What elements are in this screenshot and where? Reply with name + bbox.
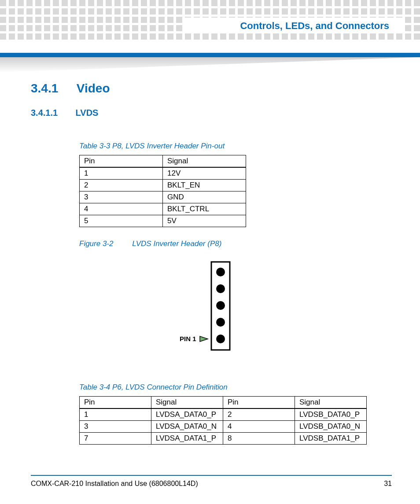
header-dots [0, 0, 420, 40]
table-3-4: Pin Signal Pin Signal 1 LVDSA_DATA0_P 2 … [79, 396, 367, 445]
figure-title: LVDS Inverter Header (P8) [132, 239, 221, 248]
svg-point-1 [216, 268, 225, 276]
figure-number: Figure 3-2 [79, 239, 113, 248]
table-row: 112V [80, 167, 246, 180]
col-signal: Signal [163, 155, 246, 168]
header-rule-blue [0, 53, 420, 57]
heading-number: 3.4.1 [31, 81, 73, 96]
cell-pin: 3 [80, 421, 151, 433]
content: 3.4.1 Video 3.4.1.1 LVDS Table 3-3 P8, L… [31, 81, 392, 445]
svg-point-5 [216, 335, 225, 343]
footer: COMX-CAR-210 Installation and Use (68068… [31, 480, 392, 488]
header-wedge [0, 57, 420, 72]
cell-pin: 3 [80, 191, 163, 203]
table-row: 1 LVDSA_DATA0_P 2 LVDSB_DATA0_P [80, 408, 367, 421]
cell-pin: 2 [223, 408, 295, 421]
col-signal: Signal [151, 397, 223, 409]
svg-point-3 [216, 301, 225, 310]
cell-signal: 12V [163, 167, 246, 180]
cell-signal: BKLT_CTRL [163, 203, 246, 215]
heading-number: 3.4.1.1 [31, 108, 73, 118]
page-header-title: Controls, LEDs, and Connectors [0, 20, 389, 32]
table-3-4-caption: Table 3-4 P6, LVDS Connector Pin Definit… [79, 383, 392, 392]
cell-pin: 5 [80, 215, 163, 227]
cell-pin: 1 [80, 408, 151, 421]
svg-marker-6 [200, 336, 208, 342]
cell-pin: 8 [223, 433, 295, 445]
table-row: 2BKLT_EN [80, 180, 246, 191]
table-row: 55V [80, 215, 246, 227]
table-row: 7 LVDSA_DATA1_P 8 LVDSB_DATA1_P [80, 433, 367, 445]
lvds-header-icon: PIN 1 [154, 260, 251, 352]
cell-pin: 7 [80, 433, 151, 445]
page-number: 31 [384, 480, 392, 488]
table-row: 4BKLT_CTRL [80, 203, 246, 215]
heading-3-4-1: 3.4.1 Video [31, 81, 392, 96]
cell-signal: LVDSB_DATA1_P [295, 433, 367, 445]
heading-3-4-1-1: 3.4.1.1 LVDS [31, 108, 392, 118]
table-3-3-caption: Table 3-3 P8, LVDS Inverter Header Pin-o… [79, 142, 392, 151]
cell-signal: GND [163, 191, 246, 203]
cell-signal: LVDSA_DATA1_P [151, 433, 223, 445]
cell-pin: 1 [80, 167, 163, 180]
cell-pin: 4 [80, 203, 163, 215]
cell-signal: BKLT_EN [163, 180, 246, 191]
table-row: 3 LVDSA_DATA0_N 4 LVDSB_DATA0_N [80, 421, 367, 433]
cell-pin: 4 [223, 421, 295, 433]
cell-signal: LVDSA_DATA0_P [151, 408, 223, 421]
footer-text: COMX-CAR-210 Installation and Use (68068… [31, 480, 198, 487]
cell-signal: LVDSB_DATA0_P [295, 408, 367, 421]
cell-signal: LVDSB_DATA0_N [295, 421, 367, 433]
heading-text: LVDS [76, 108, 99, 118]
page: Controls, LEDs, and Connectors 3.4.1 Vid… [0, 0, 420, 504]
svg-point-2 [216, 284, 225, 293]
cell-signal: LVDSA_DATA0_N [151, 421, 223, 433]
footer-rule [31, 475, 392, 476]
svg-point-4 [216, 318, 225, 327]
table-header-row: Pin Signal Pin Signal [80, 397, 367, 409]
cell-pin: 2 [80, 180, 163, 191]
col-pin: Pin [80, 397, 151, 409]
col-pin: Pin [80, 155, 163, 168]
table-header-row: Pin Signal [80, 155, 246, 168]
table-row: 3GND [80, 191, 246, 203]
cell-signal: 5V [163, 215, 246, 227]
heading-text: Video [77, 81, 110, 95]
col-pin: Pin [223, 397, 295, 409]
table-3-3: Pin Signal 112V 2BKLT_EN 3GND 4BKLT_CTRL… [79, 155, 246, 227]
figure-3-2-caption: Figure 3-2 LVDS Inverter Header (P8) [79, 239, 392, 248]
figure-3-2: PIN 1 [154, 260, 286, 357]
pin1-label: PIN 1 [180, 335, 196, 342]
col-signal: Signal [295, 397, 367, 409]
